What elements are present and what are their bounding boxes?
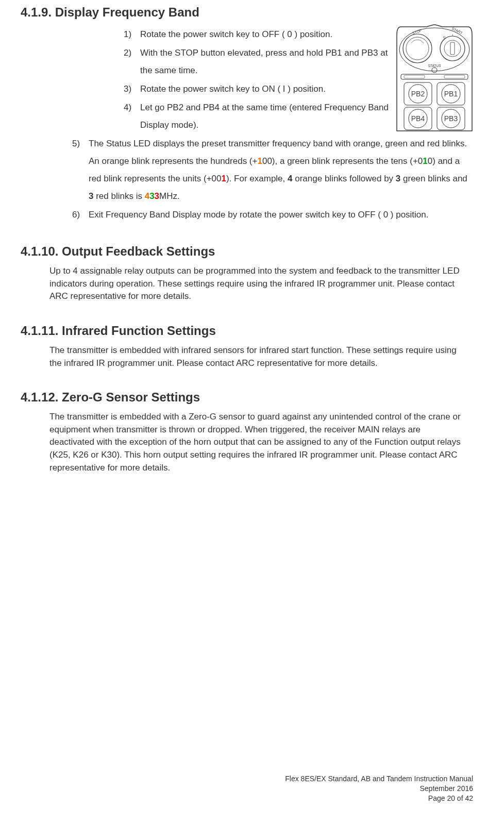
step-number: 2) [124, 44, 140, 79]
svg-text:O: O [443, 36, 446, 39]
list-item: 4) Let go PB2 and PB4 at the same time (… [124, 99, 402, 134]
list-item: 5) The Status LED displays the preset tr… [72, 135, 473, 205]
paragraph: The transmitter is embedded with a Zero-… [49, 411, 463, 474]
step-number: 4) [124, 99, 140, 134]
step-text: Exit Frequency Band Display mode by rota… [89, 206, 473, 224]
footer-line: September 2016 [285, 784, 473, 794]
heading-4-1-12: 4.1.12. Zero-G Sensor Settings [21, 390, 483, 405]
step-text: Rotate the power switch key to OFF ( 0 )… [140, 26, 402, 43]
svg-point-2 [406, 37, 429, 60]
paragraph: Up to 4 assignable relay outputs can be … [49, 265, 463, 303]
document-page: 4.1.9. Display Frequency Band 1) Rotate … [0, 0, 504, 495]
svg-point-5 [444, 40, 461, 57]
svg-point-4 [440, 36, 465, 61]
svg-text:PB1: PB1 [444, 90, 458, 98]
step-text: Rotate the power switch key to ON ( I ) … [140, 80, 402, 98]
step-text: With the STOP button elevated, press and… [140, 44, 402, 79]
svg-text:PB4: PB4 [411, 114, 425, 123]
svg-rect-14 [444, 75, 465, 78]
step-text: The Status LED displays the preset trans… [89, 135, 473, 205]
step-number: 1) [124, 26, 140, 43]
list-item: 1) Rotate the power switch key to OFF ( … [124, 26, 402, 43]
svg-rect-6 [450, 42, 455, 55]
svg-point-1 [403, 34, 432, 63]
step-number: 5) [72, 135, 89, 205]
step-text: Let go PB2 and PB4 at the same time (ent… [140, 99, 402, 134]
page-footer: Flex 8ES/EX Standard, AB and Tandem Inst… [285, 774, 473, 803]
svg-rect-12 [401, 74, 468, 79]
svg-text:PB2: PB2 [411, 90, 425, 98]
heading-4-1-10: 4.1.10. Output Feedback Settings [21, 244, 483, 259]
svg-point-10 [432, 68, 437, 73]
footer-line: Flex 8ES/EX Standard, AB and Tandem Inst… [285, 774, 473, 784]
heading-4-1-11: 4.1.11. Infrared Function Settings [21, 324, 483, 338]
paragraph: The transmitter is embedded with infrare… [49, 344, 463, 369]
transmitter-diagram: STOP START O I STATUS P [391, 23, 478, 133]
list-item: 2) With the STOP button elevated, press … [124, 44, 402, 79]
svg-text:PB3: PB3 [444, 114, 458, 123]
heading-4-1-9: 4.1.9. Display Frequency Band [21, 5, 483, 20]
svg-text:STATUS: STATUS [428, 64, 441, 68]
step-number: 6) [72, 206, 89, 224]
list-item: 3) Rotate the power switch key to ON ( I… [124, 80, 402, 98]
footer-line: Page 20 of 42 [285, 794, 473, 803]
list-item: 6) Exit Frequency Band Display mode by r… [72, 206, 473, 224]
svg-rect-13 [404, 75, 425, 78]
step-number: 3) [124, 80, 140, 98]
